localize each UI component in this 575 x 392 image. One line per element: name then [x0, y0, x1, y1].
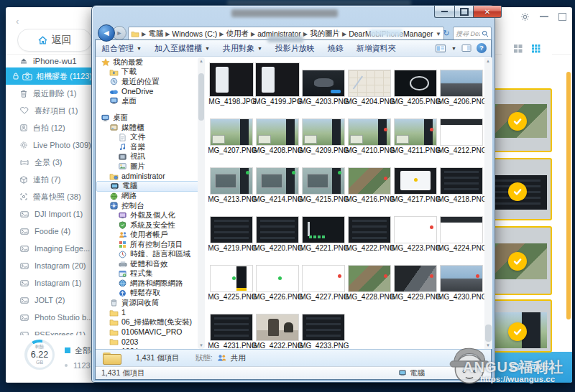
- selected-check-icon[interactable]: [508, 112, 527, 131]
- toolbar-slideshow-button[interactable]: 投影片放映: [269, 43, 321, 54]
- address-dropdown-icon[interactable]: ▼: [436, 31, 441, 37]
- minimize-button[interactable]: [434, 6, 454, 18]
- refresh-button[interactable]: ↻: [441, 27, 451, 39]
- tree-item-favorites[interactable]: 我的最愛: [96, 57, 204, 67]
- sidebar-item-instagram-20[interactable]: Instagram (20): [6, 257, 92, 274]
- file-item[interactable]: IMG_4227.PNG: [300, 253, 346, 302]
- tree-item-libraries[interactable]: 媒體櫃: [96, 123, 204, 133]
- sidebar-item-bursts[interactable]: 連拍 (7): [6, 171, 92, 188]
- change-view-icon[interactable]: [435, 44, 446, 53]
- file-item[interactable]: IMG_4205.PNG: [392, 57, 438, 106]
- tree-item-documents[interactable]: 文件: [96, 133, 204, 143]
- back-button[interactable]: 返回: [17, 29, 92, 52]
- help-icon[interactable]: ?: [477, 43, 487, 53]
- collapse-arrow-icon[interactable]: ‹: [16, 16, 19, 27]
- file-item[interactable]: IMG_4215.PNG: [300, 155, 346, 204]
- sidebar-item-favorites[interactable]: 喜好項目 (1): [6, 102, 92, 119]
- tree-item-programs[interactable]: 程式集: [96, 269, 204, 279]
- breadcrumb-segment[interactable]: 我的圖片: [310, 29, 340, 39]
- tree-item-folder-0203[interactable]: 0203: [96, 337, 204, 347]
- toolbar-add-to-library-button[interactable]: 加入至媒體櫃▼: [148, 43, 216, 54]
- file-item[interactable]: IMG_4217.PNG: [392, 155, 438, 204]
- file-item[interactable]: IMG_4228.PNG: [346, 253, 392, 302]
- file-item[interactable]: IMG_4209.PNG: [300, 106, 346, 155]
- tree-item-videos[interactable]: 視訊: [96, 152, 204, 162]
- toolbar-burn-button[interactable]: 燒錄: [321, 43, 350, 54]
- change-view-caret-icon[interactable]: ▼: [451, 46, 456, 51]
- tree-item-clock-lang-region[interactable]: 時鐘、語言和區域: [96, 250, 204, 260]
- file-item[interactable]: IMG_4214.PNG: [254, 155, 300, 204]
- app-scrollbar-thumb[interactable]: [566, 72, 571, 319]
- tree-item-control-panel[interactable]: 控制台: [96, 201, 204, 211]
- breadcrumb-segment[interactable]: 使用者: [226, 29, 249, 39]
- tree-item-network-internet[interactable]: 網路和網際網路: [96, 279, 204, 289]
- file-item[interactable]: IMG_4213.PNG: [208, 155, 254, 204]
- files-scroll-up-icon[interactable]: ▲: [484, 57, 492, 65]
- preview-pane-icon[interactable]: [461, 44, 472, 52]
- tree-item-onedrive[interactable]: OneDrive: [96, 87, 204, 97]
- sidebar-item-instagram-1[interactable]: Instagram (1): [6, 274, 92, 291]
- nav-back-button[interactable]: ◄: [98, 24, 115, 42]
- sidebar-item-jolt[interactable]: JOLT (2): [6, 291, 92, 309]
- file-item[interactable]: IMG_4218.PNG: [438, 155, 484, 204]
- tree-scroll-down-icon[interactable]: ▼: [198, 342, 205, 349]
- selected-check-icon[interactable]: [508, 322, 527, 341]
- file-item[interactable]: IMG_4231.PNG: [208, 302, 254, 349]
- toolbar-organize-button[interactable]: 組合管理▼: [96, 43, 148, 54]
- file-item[interactable]: IMG_4220.PNG: [254, 204, 300, 253]
- tree-item-desktop[interactable]: 桌面: [96, 113, 204, 123]
- grid-small-view-icon[interactable]: [513, 44, 523, 53]
- tree-item-music[interactable]: 音樂: [96, 142, 204, 152]
- file-item[interactable]: IMG_4226.PNG: [254, 253, 300, 302]
- tree-item-hardware-sound[interactable]: 硬體和音效: [96, 259, 204, 269]
- search-input[interactable]: 搜尋 Dear...: [453, 27, 492, 41]
- sidebar-item-imaging-edge[interactable]: Imaging Edge... (3): [6, 240, 92, 257]
- tree-scroll-up-icon[interactable]: ▲: [198, 57, 205, 65]
- tree-scrollbar-thumb[interactable]: [198, 73, 204, 121]
- toolbar-new-folder-button[interactable]: 新增資料夾: [350, 43, 402, 54]
- tree-item-downloads[interactable]: 下載: [96, 67, 204, 78]
- file-item[interactable]: IMG_4230.PNG: [438, 253, 484, 302]
- file-item[interactable]: IMG_4221.PNG: [300, 204, 346, 253]
- file-item[interactable]: IMG_4212.PNG: [438, 106, 484, 155]
- file-item[interactable]: IMG_4232.PNG: [254, 302, 300, 349]
- file-item[interactable]: IMG_4199.JPG: [254, 57, 300, 106]
- toolbar-share-with-button[interactable]: 共用對象▼: [216, 43, 269, 54]
- grid-large-view-icon[interactable]: [531, 44, 540, 53]
- file-item[interactable]: IMG_4233.PNG: [300, 302, 346, 349]
- tree-item-folder-1[interactable]: 1: [96, 308, 204, 318]
- device-row[interactable]: iPhone-wu1: [6, 54, 92, 67]
- tree-item-system-security[interactable]: 系統及安全性: [96, 220, 204, 230]
- file-item[interactable]: IMG_4225.PNG: [208, 253, 254, 302]
- app-minimize-button[interactable]: [540, 16, 548, 17]
- tree-item-administrator[interactable]: administrator: [96, 172, 204, 182]
- sidebar-item-psexpress[interactable]: PSExpress (1): [6, 326, 92, 335]
- file-item[interactable]: IMG_4204.PNG: [346, 57, 392, 106]
- breadcrumb-segment[interactable]: 電腦: [148, 29, 163, 39]
- sidebar-item-selfies[interactable]: 自拍 (12): [6, 119, 92, 136]
- tree-item-all-cp-items[interactable]: 所有控制台項目: [96, 240, 204, 250]
- tree-item-appearance[interactable]: 外觀及個人化: [96, 211, 204, 221]
- tree-scrollbar[interactable]: ▲ ▼: [198, 57, 205, 349]
- file-item[interactable]: IMG_4222.PNG: [346, 204, 392, 253]
- tree-item-computer[interactable]: 電腦: [96, 181, 204, 192]
- app-maximize-button[interactable]: [558, 13, 566, 21]
- files-scrollbar-thumb[interactable]: [485, 325, 492, 342]
- tree-item-desktop-fav[interactable]: 桌面: [96, 96, 204, 106]
- file-item[interactable]: IMG_4203.PNG: [300, 57, 346, 106]
- file-item[interactable]: IMG_4229.PNG: [392, 253, 438, 302]
- tree-item-user-accounts[interactable]: 使用者帳戶: [96, 230, 204, 241]
- sidebar-item-photo-studio[interactable]: Photo Studio b... (1): [6, 309, 92, 326]
- file-item[interactable]: IMG_4207.PNG: [208, 106, 254, 155]
- sidebar-item-screenshots[interactable]: 螢幕快照 (38): [6, 188, 92, 205]
- tree-item-recycle-bin[interactable]: 資源回收筒: [96, 298, 204, 308]
- tree-item-folder-0106[interactable]: 0106MAVIC_PRO: [96, 327, 204, 337]
- tree-item-network[interactable]: 網路: [96, 192, 204, 202]
- tree-item-folder-06[interactable]: 06_掃描軟體(免安裝): [96, 317, 204, 327]
- file-item[interactable]: IMG_4198.JPG: [208, 57, 254, 106]
- file-item[interactable]: IMG_4208.PNG: [254, 106, 300, 155]
- breadcrumb-segment[interactable]: Windows (C:): [172, 29, 217, 38]
- sidebar-item-recently-deleted[interactable]: 最近刪除 (1): [6, 85, 92, 102]
- tree-item-recent-places[interactable]: 最近的位置: [96, 77, 204, 87]
- file-item[interactable]: IMG_4210.PNG: [346, 106, 392, 155]
